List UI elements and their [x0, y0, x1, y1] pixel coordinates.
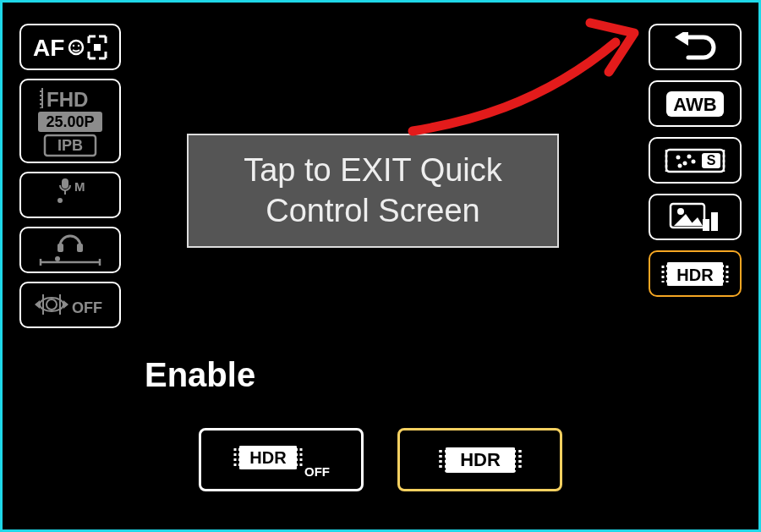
movie-quality-icon: FHD 25.00P IPB	[28, 83, 112, 159]
svg-marker-32	[675, 32, 688, 46]
af-method-button[interactable]: AF	[19, 24, 121, 70]
svg-rect-49	[703, 219, 709, 231]
svg-text:HDR: HDR	[460, 449, 501, 470]
svg-point-42	[692, 159, 696, 163]
svg-rect-10	[40, 105, 41, 107]
svg-point-19	[57, 198, 63, 203]
svg-rect-7	[40, 92, 41, 95]
movie-quality-button[interactable]: FHD 25.00P IPB	[19, 79, 121, 163]
svg-text:OFF: OFF	[72, 299, 102, 316]
svg-text:S: S	[707, 153, 716, 167]
picture-style-icon: S	[661, 145, 729, 177]
svg-rect-16	[62, 178, 68, 189]
svg-marker-30	[63, 300, 68, 309]
return-icon	[670, 32, 720, 63]
svg-text:HDR: HDR	[249, 448, 287, 467]
svg-rect-8	[40, 96, 41, 99]
annotation-text: Tap to EXIT Quick Control Screen	[244, 152, 502, 228]
svg-marker-29	[35, 300, 40, 309]
svg-rect-4	[94, 44, 101, 51]
svg-text:M: M	[74, 179, 85, 194]
hdr-on-option[interactable]: HDR	[397, 428, 562, 491]
headphone-volume-button[interactable]	[19, 227, 121, 273]
white-balance-button[interactable]: AWB	[649, 80, 742, 127]
return-button[interactable]	[649, 24, 742, 70]
svg-point-41	[687, 154, 692, 158]
svg-rect-50	[711, 212, 718, 231]
hdr-options-row: HDR OFF HDR	[3, 428, 758, 491]
hdr-on-icon: HDR	[430, 439, 531, 481]
headphone-icon	[28, 231, 112, 269]
svg-rect-20	[57, 244, 63, 252]
svg-point-22	[55, 256, 60, 261]
svg-point-1	[69, 41, 83, 54]
svg-point-3	[78, 44, 79, 46]
svg-point-38	[676, 155, 681, 159]
creative-assist-icon	[665, 200, 725, 234]
left-settings-column: AF FHD 25.00P IPB	[19, 24, 121, 328]
svg-text:25.00P: 25.00P	[46, 113, 94, 130]
setting-status-label: Enable	[145, 356, 255, 394]
hdr-off-option[interactable]: HDR OFF	[199, 428, 364, 491]
svg-text:OFF: OFF	[304, 464, 330, 479]
hdr-icon: HDR	[658, 257, 732, 291]
creative-assist-button[interactable]	[649, 194, 742, 240]
is-mode-button[interactable]: OFF	[19, 282, 121, 328]
svg-point-26	[47, 299, 57, 310]
svg-point-2	[73, 44, 74, 46]
svg-rect-9	[40, 101, 41, 103]
picture-style-button[interactable]: S	[649, 137, 742, 184]
svg-rect-21	[77, 244, 83, 252]
right-settings-column: AWB S HDR	[649, 24, 742, 297]
svg-text:HDR: HDR	[676, 266, 714, 284]
annotation-arrow-icon	[396, 13, 658, 140]
svg-point-46	[677, 208, 684, 215]
sound-recording-button[interactable]: M	[19, 172, 121, 218]
hdr-movie-button[interactable]: HDR	[649, 250, 742, 297]
awb-icon: AWB	[661, 88, 729, 120]
image-stabilizer-off-icon: OFF	[28, 286, 112, 324]
mic-manual-icon: M	[28, 176, 112, 214]
svg-point-39	[683, 161, 687, 165]
hdr-off-icon: HDR OFF	[227, 439, 337, 481]
svg-text:FHD: FHD	[47, 88, 88, 111]
svg-point-40	[678, 163, 682, 167]
svg-text:AF: AF	[33, 35, 64, 61]
af-face-tracking-icon: AF	[28, 30, 112, 64]
svg-text:IPB: IPB	[57, 137, 83, 154]
svg-rect-6	[40, 88, 41, 90]
svg-text:AWB: AWB	[673, 94, 716, 115]
annotation-callout: Tap to EXIT Quick Control Screen	[187, 134, 559, 248]
